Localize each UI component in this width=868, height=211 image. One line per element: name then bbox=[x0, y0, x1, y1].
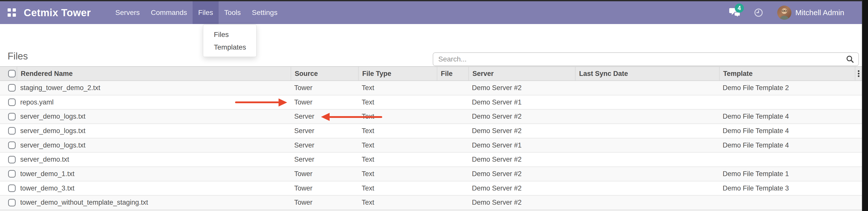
menu-item-templates[interactable]: Templates bbox=[203, 41, 256, 54]
file-cell bbox=[437, 167, 468, 181]
source-cell: Tower bbox=[291, 181, 358, 195]
file-cell bbox=[437, 95, 468, 109]
file-cell bbox=[437, 195, 468, 209]
last-sync-cell bbox=[575, 167, 719, 181]
server-cell: Demo Server #2 bbox=[468, 81, 575, 95]
annotation-arrow-right-line bbox=[235, 101, 279, 103]
template-cell: Demo File Template 2 bbox=[719, 81, 855, 95]
last-sync-cell bbox=[575, 110, 719, 123]
messages-count-badge: 4 bbox=[735, 4, 744, 13]
template-cell: Demo File Template 1 bbox=[719, 167, 855, 181]
last-sync-cell bbox=[575, 139, 719, 152]
table-row[interactable]: tower_demo_3.txt Tower Text Demo Server … bbox=[0, 181, 862, 196]
table-row[interactable]: server_demo_logs.txt Server Text Demo Se… bbox=[0, 139, 862, 153]
optional-columns-toggle[interactable] bbox=[855, 67, 862, 81]
messages-icon[interactable]: 4 bbox=[729, 7, 741, 18]
source-cell: Tower bbox=[291, 195, 358, 209]
row-checkbox[interactable] bbox=[8, 113, 16, 120]
server-cell: Demo Server #2 bbox=[468, 167, 575, 181]
file-type-cell: Text bbox=[358, 81, 437, 95]
rendered-name-cell: server_demo_logs.txt bbox=[17, 110, 291, 123]
user-menu[interactable]: Mitchell Admin bbox=[796, 8, 844, 17]
nav-item-settings[interactable]: Settings bbox=[246, 1, 283, 24]
server-cell: Demo Server #1 bbox=[468, 95, 575, 109]
nav-item-commands[interactable]: Commands bbox=[145, 1, 193, 24]
template-cell: Demo File Template 4 bbox=[719, 139, 855, 152]
server-cell: Demo Server #2 bbox=[468, 181, 575, 195]
column-last-sync-date[interactable]: Last Sync Date bbox=[575, 67, 719, 81]
template-cell bbox=[719, 95, 855, 109]
template-cell: Demo File Template 3 bbox=[719, 181, 855, 195]
annotation-arrow-left-head bbox=[321, 113, 330, 121]
rendered-name-cell: staging_tower_demo_2.txt bbox=[17, 81, 291, 95]
template-cell bbox=[719, 153, 855, 167]
last-sync-cell bbox=[575, 95, 719, 109]
file-type-cell: Text bbox=[358, 95, 437, 109]
rendered-name-cell: server_demo_logs.txt bbox=[17, 139, 291, 152]
select-all-checkbox[interactable] bbox=[8, 70, 16, 78]
menu-item-files[interactable]: Files bbox=[203, 28, 256, 41]
table-row[interactable]: repos.yaml Tower Text Demo Server #1 bbox=[0, 95, 862, 110]
column-file[interactable]: File bbox=[437, 67, 468, 81]
file-type-cell: Text bbox=[358, 124, 437, 138]
file-cell bbox=[437, 153, 468, 167]
rendered-name-cell: server_demo.txt bbox=[17, 153, 291, 167]
file-type-cell: Text bbox=[358, 195, 437, 209]
rendered-name-cell: server_demo_logs.txt bbox=[17, 124, 291, 138]
rendered-name-cell: tower_demo_1.txt bbox=[17, 167, 291, 181]
last-sync-cell bbox=[575, 81, 719, 95]
column-source[interactable]: Source bbox=[291, 67, 358, 81]
app-window: Cetmix Tower Servers Commands Files Tool… bbox=[0, 0, 868, 211]
row-checkbox[interactable] bbox=[8, 127, 16, 134]
activity-clock-icon[interactable] bbox=[754, 8, 763, 17]
row-checkbox[interactable] bbox=[8, 142, 16, 149]
row-checkbox[interactable] bbox=[8, 199, 16, 206]
template-cell: Demo File Template 4 bbox=[719, 124, 855, 138]
search-input[interactable] bbox=[433, 52, 859, 66]
rendered-name-cell: tower_demo_without_template_staging.txt bbox=[17, 195, 291, 209]
source-cell: Server bbox=[291, 153, 358, 167]
row-checkbox[interactable] bbox=[8, 184, 16, 192]
main-menu: Servers Commands Files Tools Settings bbox=[110, 1, 283, 24]
navbar-right: 4 Mitchell Admin bbox=[729, 6, 844, 20]
source-cell: Tower bbox=[291, 167, 358, 181]
annotation-arrow-left-line bbox=[329, 116, 382, 118]
template-cell bbox=[719, 195, 855, 209]
table-row[interactable]: staging_tower_demo_2.txt Tower Text Demo… bbox=[0, 81, 862, 95]
server-cell: Demo Server #2 bbox=[468, 124, 575, 138]
row-checkbox[interactable] bbox=[8, 156, 16, 163]
table-row[interactable]: tower_demo_1.txt Tower Text Demo Server … bbox=[0, 167, 862, 181]
table-row[interactable]: server_demo_logs.txt Server Text Demo Se… bbox=[0, 110, 862, 124]
top-navbar: Cetmix Tower Servers Commands Files Tool… bbox=[0, 1, 862, 24]
brand-title[interactable]: Cetmix Tower bbox=[24, 7, 91, 19]
table-row[interactable]: server_demo.txt Server Text Demo Server … bbox=[0, 153, 862, 167]
server-cell: Demo Server #1 bbox=[468, 139, 575, 152]
column-rendered-name[interactable]: Rendered Name bbox=[17, 67, 291, 81]
file-type-cell: Text bbox=[358, 139, 437, 152]
table-footer-strip bbox=[0, 210, 862, 211]
server-cell: Demo Server #2 bbox=[468, 110, 575, 123]
table-row[interactable]: server_demo_logs.txt Server Text Demo Se… bbox=[0, 124, 862, 139]
file-cell bbox=[437, 139, 468, 152]
user-avatar[interactable] bbox=[777, 6, 792, 20]
window-top-strip bbox=[0, 0, 868, 1]
column-server[interactable]: Server bbox=[468, 67, 575, 81]
table-row[interactable]: tower_demo_without_template_staging.txt … bbox=[0, 195, 862, 210]
column-template[interactable]: Template bbox=[719, 67, 855, 81]
search-icon[interactable] bbox=[846, 55, 854, 63]
right-scrollbar-band[interactable] bbox=[862, 0, 868, 211]
file-cell bbox=[437, 124, 468, 138]
nav-item-tools[interactable]: Tools bbox=[219, 1, 246, 24]
rendered-name-cell: tower_demo_3.txt bbox=[17, 181, 291, 195]
nav-item-files[interactable]: Files bbox=[193, 1, 219, 24]
column-file-type[interactable]: File Type bbox=[358, 67, 437, 81]
template-cell: Demo File Template 4 bbox=[719, 110, 855, 123]
nav-item-servers[interactable]: Servers bbox=[110, 1, 145, 24]
page-title: Files bbox=[8, 51, 28, 62]
row-checkbox[interactable] bbox=[8, 84, 16, 92]
row-checkbox[interactable] bbox=[8, 98, 16, 106]
row-checkbox[interactable] bbox=[8, 170, 16, 178]
table-header: Rendered Name Source File Type File Serv… bbox=[0, 66, 862, 81]
server-cell: Demo Server #2 bbox=[468, 153, 575, 167]
apps-grid-icon[interactable] bbox=[8, 8, 16, 17]
